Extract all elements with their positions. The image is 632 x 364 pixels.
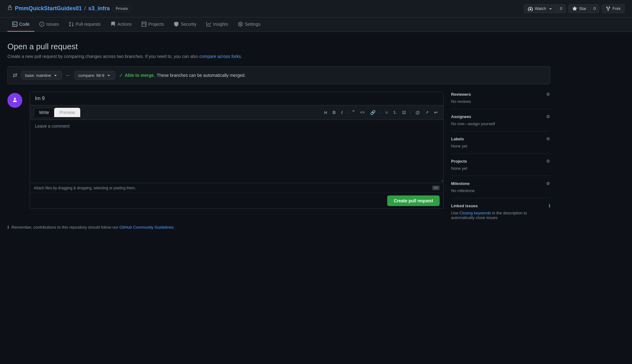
star-label: Star bbox=[579, 6, 586, 11]
toolbar-sep-1: | bbox=[347, 110, 348, 115]
attach-text: Attach files by dragging & dropping, sel… bbox=[34, 186, 136, 190]
closing-keywords-link[interactable]: Closing keywords bbox=[459, 211, 491, 215]
watch-count[interactable]: 0 bbox=[557, 4, 566, 13]
task-list-btn[interactable]: ☑ bbox=[400, 109, 408, 116]
ref-btn[interactable]: ↗ bbox=[424, 109, 430, 116]
pr-title-input[interactable] bbox=[30, 92, 443, 105]
editor-tab-bar: Write Preview H B I | " <> 🔗 | ≡ 1. ☑ | … bbox=[30, 105, 443, 120]
reviewers-value: No reviews bbox=[451, 99, 550, 104]
mention-btn[interactable]: @ bbox=[414, 109, 422, 116]
assignees-gear-icon[interactable]: ⚙ bbox=[546, 114, 550, 119]
projects-gear-icon[interactable]: ⚙ bbox=[546, 159, 550, 164]
watch-btn-group: Watch 0 bbox=[524, 4, 566, 13]
base-branch-chevron-icon bbox=[53, 73, 58, 78]
compare-forks-link[interactable]: compare across forks. bbox=[199, 54, 242, 59]
ordered-list-btn[interactable]: 1. bbox=[392, 109, 398, 116]
reviewers-section: Reviewers ⚙ No reviews bbox=[451, 92, 550, 109]
create-pr-button[interactable]: Create pull request bbox=[387, 195, 440, 206]
reviewers-title: Reviewers bbox=[451, 92, 471, 97]
labels-value: None yet bbox=[451, 144, 550, 148]
footer-note: ℹ Remember, contributions to this reposi… bbox=[7, 225, 550, 230]
user-avatar bbox=[7, 93, 22, 108]
quote-btn[interactable]: " bbox=[350, 108, 357, 116]
labels-title: Labels bbox=[451, 137, 464, 141]
linked-issues-info-icon[interactable]: ℹ bbox=[549, 203, 550, 208]
pr-icon bbox=[69, 22, 74, 27]
avatar-icon bbox=[11, 96, 19, 105]
tab-security[interactable]: Security bbox=[169, 17, 201, 32]
star-count[interactable]: 0 bbox=[590, 4, 599, 13]
main-content: Open a pull request Create a new pull re… bbox=[0, 32, 558, 237]
milestone-section: Milestone ⚙ No milestone bbox=[451, 176, 550, 198]
link-btn[interactable]: 🔗 bbox=[368, 109, 377, 116]
labels-section: Labels ⚙ None yet bbox=[451, 131, 550, 154]
linked-issues-header: Linked issues ℹ bbox=[451, 203, 550, 208]
footer-info-icon: ℹ bbox=[7, 225, 9, 230]
editor-tabs-group: Write Preview bbox=[34, 108, 80, 117]
projects-value: None yet bbox=[451, 166, 550, 171]
undo-btn[interactable]: ↩ bbox=[432, 109, 440, 116]
tab-issues-label: Issues bbox=[46, 22, 59, 27]
page-title: Open a pull request bbox=[7, 42, 550, 51]
tab-actions-label: Actions bbox=[117, 22, 132, 27]
unordered-list-btn[interactable]: ≡ bbox=[384, 109, 390, 116]
write-tab[interactable]: Write bbox=[34, 108, 54, 117]
milestone-header: Milestone ⚙ bbox=[451, 181, 550, 186]
md-icon: MD bbox=[432, 186, 440, 190]
lock-icon bbox=[7, 5, 12, 12]
tab-insights-label: Insights bbox=[213, 22, 228, 27]
tab-code[interactable]: Code bbox=[7, 17, 34, 32]
pr-editor: Write Preview H B I | " <> 🔗 | ≡ 1. ☑ | … bbox=[30, 92, 444, 209]
actions-icon bbox=[111, 22, 116, 27]
tab-settings[interactable]: Settings bbox=[233, 17, 266, 32]
star-btn-group: Star 0 bbox=[568, 4, 599, 13]
assignees-value: No one—assign yourself bbox=[451, 121, 550, 126]
assignees-header: Assignees ⚙ bbox=[451, 114, 550, 119]
tab-code-label: Code bbox=[19, 22, 29, 27]
italic-btn[interactable]: I bbox=[340, 109, 345, 116]
watch-button[interactable]: Watch bbox=[524, 4, 557, 13]
tab-insights[interactable]: Insights bbox=[201, 17, 233, 32]
top-header: PmmQuickStartGuides01 / s3_infra Private… bbox=[0, 0, 632, 17]
tab-projects[interactable]: Projects bbox=[137, 17, 169, 32]
repo-separator: / bbox=[84, 5, 86, 12]
watch-label: Watch bbox=[535, 6, 546, 11]
assignees-section: Assignees ⚙ No one—assign yourself bbox=[451, 109, 550, 131]
repo-owner-link[interactable]: PmmQuickStartGuides01 bbox=[15, 5, 82, 12]
reviewers-gear-icon[interactable]: ⚙ bbox=[546, 92, 550, 97]
labels-header: Labels ⚙ bbox=[451, 136, 550, 141]
compare-branch-chevron-icon bbox=[106, 73, 111, 78]
tab-settings-label: Settings bbox=[245, 22, 261, 27]
projects-icon bbox=[142, 22, 147, 27]
tab-security-label: Security bbox=[181, 22, 196, 27]
tab-issues[interactable]: Issues bbox=[34, 17, 64, 32]
community-guidelines-link[interactable]: GitHub Community Guidelines bbox=[119, 225, 173, 230]
preview-tab[interactable]: Preview bbox=[54, 108, 80, 117]
bold-btn[interactable]: B bbox=[331, 109, 338, 116]
milestone-gear-icon[interactable]: ⚙ bbox=[546, 181, 550, 186]
repo-name-link[interactable]: s3_infra bbox=[88, 5, 110, 12]
tab-actions[interactable]: Actions bbox=[106, 17, 137, 32]
branch-swap-icon: ⇄ bbox=[13, 72, 17, 79]
projects-section: Projects ⚙ None yet bbox=[451, 154, 550, 176]
tab-projects-label: Projects bbox=[148, 22, 164, 27]
base-branch-button[interactable]: base: mainline bbox=[21, 71, 62, 80]
fork-icon bbox=[606, 6, 611, 11]
fork-btn-group: Fork bbox=[602, 4, 625, 13]
merge-check-icon: ✓ bbox=[119, 72, 123, 78]
fork-button[interactable]: Fork bbox=[602, 4, 625, 13]
settings-icon bbox=[238, 22, 243, 27]
tab-pull-requests[interactable]: Pull requests bbox=[64, 17, 106, 32]
comment-textarea[interactable] bbox=[30, 120, 443, 182]
milestone-value: No milestone bbox=[451, 188, 550, 193]
code-btn[interactable]: <> bbox=[358, 109, 366, 116]
private-badge: Private bbox=[112, 6, 131, 12]
code-icon bbox=[12, 22, 17, 27]
star-button[interactable]: Star bbox=[568, 4, 590, 13]
projects-header: Projects ⚙ bbox=[451, 159, 550, 164]
compare-branch-button[interactable]: compare: IM-9 bbox=[74, 71, 115, 80]
labels-gear-icon[interactable]: ⚙ bbox=[546, 136, 550, 141]
base-branch-label: base: mainline bbox=[25, 73, 51, 78]
tab-pr-label: Pull requests bbox=[76, 22, 101, 27]
heading-btn[interactable]: H bbox=[322, 109, 329, 116]
